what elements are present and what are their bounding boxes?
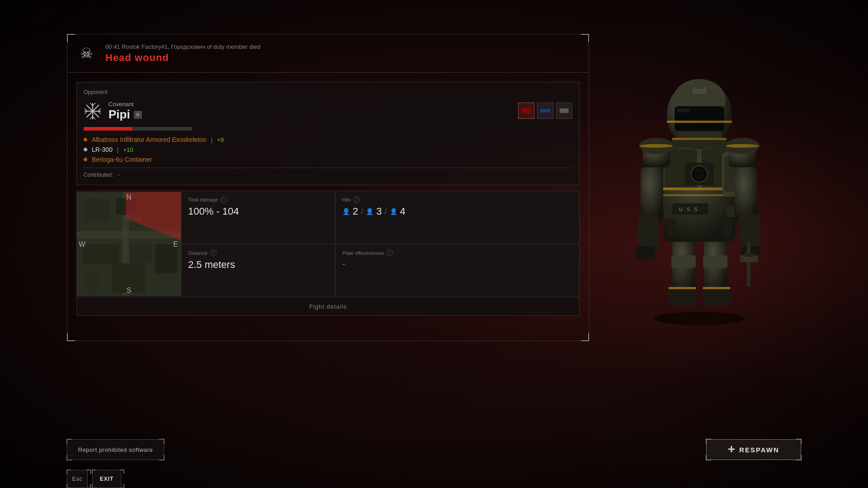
svg-rect-50 — [672, 203, 708, 215]
exit-wrapper: EXIT — [92, 470, 124, 488]
health-bar — [84, 127, 192, 131]
svg-point-69 — [673, 79, 726, 120]
svg-rect-45 — [702, 149, 733, 190]
skull-icon: ☠ — [76, 43, 96, 63]
svg-rect-59 — [735, 167, 757, 221]
hits-label: Hits i — [342, 197, 572, 203]
faction-name: Covenant — [108, 101, 142, 108]
content-area: Opponent — [67, 73, 589, 341]
svg-text:W: W — [79, 240, 85, 248]
respawn-btn-wrapper: ✛ RESPAWN — [706, 439, 801, 460]
armor-name[interactable]: Albatross Infiltrator Armored Exoskeleto… — [92, 136, 207, 143]
svg-rect-37 — [671, 255, 696, 268]
contributed-row: Contributed: - — [84, 168, 572, 178]
report-button[interactable]: Report prohibited software — [67, 439, 164, 460]
weapon-icon-1 — [518, 103, 534, 119]
svg-point-68 — [667, 80, 732, 148]
death-cause: Head wound — [105, 52, 260, 64]
weapon-icon-2 — [537, 103, 553, 119]
armor-bonus: +9 — [217, 136, 224, 143]
svg-rect-78 — [672, 138, 726, 140]
esc-wrapper: Esc — [67, 470, 90, 488]
opponent-name-section: Covenant Pipi ⧉ — [108, 101, 142, 122]
map-visual: N S W E — [77, 191, 181, 297]
person-icon-2: 👤 — [366, 208, 373, 215]
svg-rect-73 — [693, 87, 706, 94]
svg-rect-48 — [722, 151, 747, 197]
svg-rect-19 — [129, 244, 151, 262]
respawn-label: RESPAWN — [739, 446, 779, 454]
svg-rect-66 — [745, 253, 754, 257]
svg-rect-36 — [704, 237, 726, 296]
svg-text:N: N — [126, 193, 131, 201]
svg-point-54 — [639, 138, 674, 154]
armor-svg: U.S.S. — [613, 47, 785, 328]
svg-rect-76 — [677, 131, 722, 140]
hits-info-icon[interactable]: i — [354, 197, 360, 203]
plate-value: - — [342, 259, 572, 269]
equip-item-armor: Albatross Infiltrator Armored Exoskeleto… — [84, 136, 572, 143]
contributed-label: Contributed: — [84, 172, 113, 178]
svg-rect-40 — [703, 287, 730, 305]
respawn-plus-icon: ✛ — [728, 445, 736, 455]
svg-rect-65 — [740, 255, 758, 262]
opponent-label: Opponent — [84, 89, 572, 95]
death-subtitle: 00:41 Rostok Factory#1, Городскович of d… — [105, 43, 260, 50]
fight-details-row[interactable]: Fight details — [76, 298, 580, 316]
exit-button[interactable]: EXIT — [92, 470, 121, 488]
opponent-card: Opponent — [76, 82, 580, 185]
bag-name[interactable]: Berloga-6u Container — [92, 156, 152, 163]
svg-rect-58 — [641, 167, 663, 221]
total-damage-value: 100% - 104 — [188, 206, 328, 217]
equip-item-gun: LR-300 | +10 — [84, 146, 572, 153]
distance-label: Distance i — [188, 250, 328, 256]
svg-rect-67 — [690, 124, 708, 149]
distance-info-icon[interactable]: i — [210, 250, 217, 256]
weapon-icons — [518, 103, 572, 119]
gun-name[interactable]: LR-300 — [92, 146, 113, 153]
copy-icon[interactable]: ⧉ — [134, 111, 142, 119]
svg-rect-38 — [703, 255, 727, 268]
svg-rect-63 — [741, 246, 760, 260]
stat-hits: Hits i 👤2 / 👤3 / 👤4 — [335, 191, 579, 244]
stat-distance: Distance i 2.5 meters — [181, 244, 335, 297]
svg-rect-72 — [677, 108, 690, 112]
hits-value: 👤2 / 👤3 / 👤4 — [342, 206, 572, 217]
svg-point-81 — [695, 169, 704, 178]
armor-figure: U.S.S. — [598, 34, 801, 341]
svg-point-34 — [654, 312, 745, 325]
svg-rect-60 — [638, 215, 659, 251]
armor-dot — [84, 138, 87, 141]
contributed-value: - — [118, 172, 119, 178]
plate-info-icon[interactable]: i — [387, 250, 393, 256]
svg-text:S: S — [127, 286, 132, 294]
svg-rect-21 — [83, 270, 103, 293]
svg-rect-46 — [663, 188, 736, 190]
respawn-button[interactable]: ✛ RESPAWN — [706, 439, 801, 460]
svg-rect-61 — [739, 215, 760, 251]
player-name: Pipi ⧉ — [108, 108, 142, 122]
svg-point-56 — [639, 144, 674, 148]
equip-item-bag: Berloga-6u Container — [84, 156, 572, 163]
header-text: 00:41 Rostok Factory#1, Городскович of d… — [105, 43, 260, 64]
svg-rect-47 — [663, 194, 736, 196]
svg-rect-77 — [672, 138, 726, 148]
fight-details-btn[interactable]: Fight details — [309, 303, 347, 310]
health-bar-fill — [84, 127, 132, 131]
person-icon-3: 👤 — [390, 208, 397, 215]
svg-rect-83 — [723, 219, 732, 237]
total-damage-info-icon[interactable]: i — [221, 197, 227, 203]
map-cell: N S W E — [77, 191, 181, 297]
svg-rect-52 — [643, 147, 670, 167]
equipment-list: Albatross Infiltrator Armored Exoskeleto… — [84, 136, 572, 163]
distance-value: 2.5 meters — [188, 259, 328, 271]
opponent-info: Covenant Pipi ⧉ — [84, 101, 572, 122]
svg-point-57 — [725, 144, 760, 148]
main-panel: ☠ 00:41 Rostok Factory#1, Городскович of… — [67, 34, 589, 341]
weapon-icon-3 — [556, 103, 572, 119]
svg-rect-70 — [675, 106, 724, 131]
svg-text:E: E — [173, 240, 178, 248]
svg-rect-74 — [695, 84, 704, 89]
svg-rect-49 — [724, 156, 745, 192]
stats-grid: Total damage i 100% - 104 Hits i 👤2 / 👤3… — [76, 191, 580, 297]
